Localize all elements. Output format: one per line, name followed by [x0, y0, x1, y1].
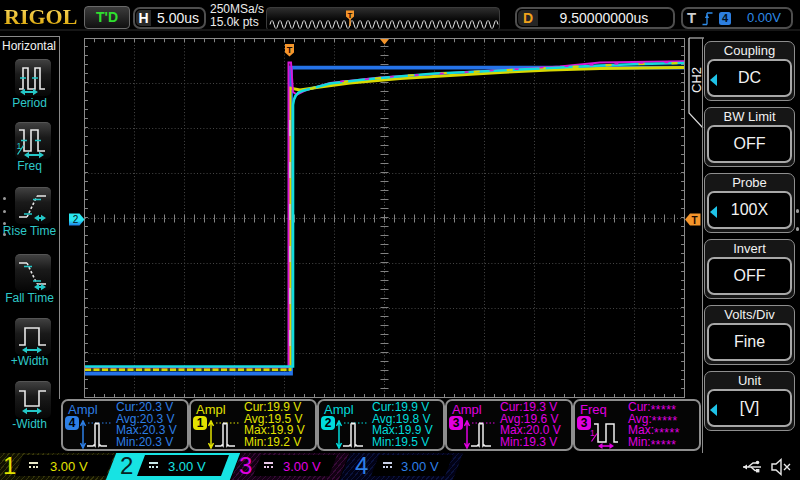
svg-text:2: 2 — [73, 214, 79, 225]
svg-text:T: T — [348, 11, 353, 20]
svg-text:T: T — [287, 45, 293, 55]
svg-text:T: T — [691, 215, 697, 226]
